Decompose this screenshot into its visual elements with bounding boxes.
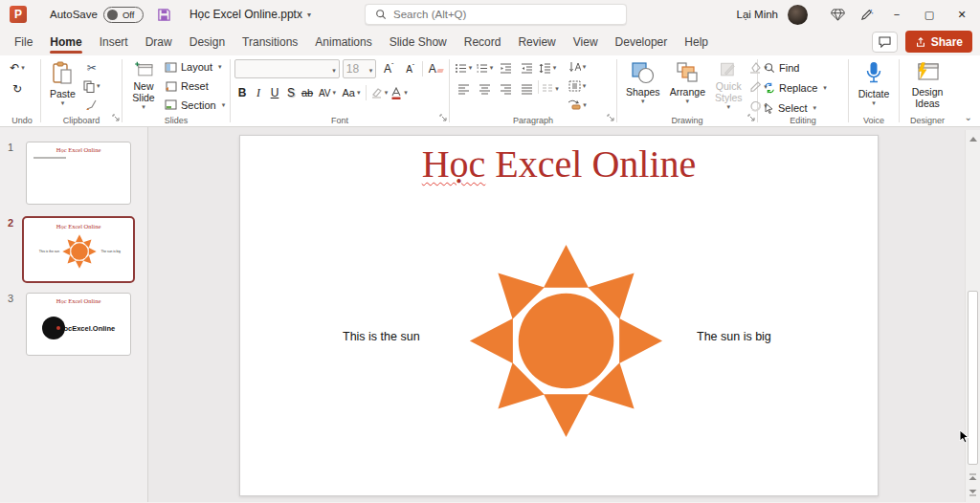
font-name-combo[interactable]: [234, 59, 340, 78]
tab-record[interactable]: Record: [456, 31, 510, 55]
vertical-scrollbar[interactable]: [965, 130, 980, 502]
ribbon: ↶ ↻ Undo Paste ✂ Clipboard New: [0, 55, 980, 127]
design-ideas-button[interactable]: Design Ideas: [903, 59, 951, 111]
numbering-button[interactable]: [475, 59, 494, 77]
tab-developer[interactable]: Developer: [607, 31, 677, 55]
save-button[interactable]: [155, 5, 174, 24]
shrink-font-button[interactable]: Aˇ: [401, 60, 420, 77]
underline-button[interactable]: U: [267, 84, 282, 101]
toggle-knob-icon: [107, 10, 118, 20]
tab-help[interactable]: Help: [676, 31, 717, 55]
align-left-icon: [457, 84, 470, 95]
undo-button[interactable]: ↶: [8, 59, 27, 77]
bullets-button[interactable]: [454, 59, 473, 77]
dictate-button[interactable]: Dictate: [853, 59, 895, 109]
grow-font-button[interactable]: Aˆ: [379, 60, 398, 77]
columns-button[interactable]: [541, 80, 560, 98]
user-avatar[interactable]: [788, 5, 808, 25]
increase-indent-button[interactable]: [517, 59, 536, 77]
slide-1-thumbnail[interactable]: Học Excel Online: [26, 142, 131, 205]
title-bar: P AutoSave Off Học Excel Online.pptx Lại…: [0, 0, 980, 29]
tab-insert[interactable]: Insert: [91, 31, 137, 55]
caption-right[interactable]: The sun is big: [697, 330, 771, 343]
character-spacing-button[interactable]: AV: [316, 84, 339, 101]
tab-file[interactable]: File: [6, 31, 41, 55]
slide-3-thumbnail[interactable]: Học Excel Online hocExcel.Online: [26, 293, 131, 356]
align-right-button[interactable]: [496, 80, 515, 98]
caption-left[interactable]: This is the sun: [343, 330, 420, 343]
autosave-toggle[interactable]: Off: [103, 7, 144, 23]
autosave-state: Off: [122, 10, 135, 20]
decrease-indent-button[interactable]: [496, 59, 515, 77]
format-painter-button[interactable]: [82, 96, 101, 113]
previous-slide-button[interactable]: [966, 470, 980, 485]
tab-slide-show[interactable]: Slide Show: [381, 31, 456, 55]
redo-button[interactable]: ↻: [8, 80, 27, 98]
slide-2-thumbnail[interactable]: Học Excel Online: [22, 216, 135, 283]
columns-icon: [542, 84, 553, 94]
tab-design[interactable]: Design: [181, 31, 234, 55]
clear-formatting-button[interactable]: A: [426, 60, 445, 77]
italic-button[interactable]: I: [251, 84, 266, 101]
search-input[interactable]: [393, 9, 585, 20]
tab-transitions[interactable]: Transitions: [234, 31, 306, 55]
clipboard-dialog-launcher[interactable]: [112, 111, 120, 124]
align-center-button[interactable]: [475, 80, 494, 98]
copy-button[interactable]: [82, 77, 101, 95]
quick-styles-button[interactable]: Quick Styles: [710, 59, 747, 113]
paragraph-dialog-launcher[interactable]: [607, 111, 614, 124]
font-dialog-launcher[interactable]: [439, 111, 447, 124]
slide-canvas[interactable]: Học Excel Online This is the sun The sun…: [239, 135, 879, 496]
close-button[interactable]: ✕: [946, 0, 978, 29]
search-box[interactable]: [365, 4, 627, 25]
align-left-button[interactable]: [454, 80, 473, 98]
tab-draw[interactable]: Draw: [137, 31, 181, 55]
scroll-up-button[interactable]: [966, 132, 980, 145]
text-direction-button[interactable]: [568, 59, 587, 76]
convert-smartart-button[interactable]: [568, 97, 587, 113]
new-slide-button[interactable]: New Slide: [126, 59, 161, 113]
tab-review[interactable]: Review: [509, 31, 564, 55]
next-slide-button[interactable]: [966, 485, 980, 500]
change-case-button[interactable]: Aa: [340, 84, 363, 101]
sun-shape[interactable]: [468, 243, 664, 439]
line-spacing-button[interactable]: [538, 59, 557, 77]
bold-button[interactable]: B: [234, 84, 250, 101]
document-title[interactable]: Học Excel Online.pptx: [189, 8, 311, 21]
section-button[interactable]: Section: [163, 97, 227, 113]
group-label-editing: Editing: [758, 116, 848, 125]
tab-view[interactable]: View: [565, 31, 607, 55]
cut-button[interactable]: ✂: [82, 59, 101, 77]
replace-button[interactable]: Replace: [762, 79, 844, 97]
replace-icon: [764, 82, 775, 94]
group-slides: New Slide Layout Reset Section Slides: [122, 55, 230, 126]
font-color-button[interactable]: [390, 84, 409, 101]
paste-button[interactable]: Paste: [45, 59, 80, 113]
layout-button[interactable]: Layout: [163, 59, 227, 76]
drawing-dialog-launcher[interactable]: [747, 111, 755, 124]
arrange-button[interactable]: Arrange: [665, 59, 710, 113]
inking-button[interactable]: [852, 0, 880, 29]
highlight-color-button[interactable]: [369, 84, 389, 101]
powerpoint-logo-icon[interactable]: P: [10, 6, 27, 23]
slide-title[interactable]: Học Excel Online: [240, 142, 878, 186]
strikethrough-button[interactable]: ab: [300, 84, 315, 101]
justify-button[interactable]: [517, 80, 536, 98]
align-text-button[interactable]: [568, 78, 587, 95]
font-size-combo[interactable]: 18: [343, 59, 376, 78]
collapse-ribbon-button[interactable]: ⌄: [965, 112, 972, 122]
select-button[interactable]: Select: [762, 99, 844, 117]
shapes-button[interactable]: Shapes: [621, 59, 665, 113]
tab-animations[interactable]: Animations: [306, 31, 380, 55]
user-name[interactable]: Lại Minh: [737, 9, 778, 20]
comments-button[interactable]: [872, 32, 898, 53]
share-button[interactable]: Share: [905, 31, 972, 53]
premium-button[interactable]: [823, 0, 852, 29]
minimize-button[interactable]: −: [880, 0, 913, 29]
find-button[interactable]: Find: [762, 59, 844, 77]
reset-button[interactable]: Reset: [163, 78, 227, 95]
bullets-icon: [455, 63, 467, 74]
restore-button[interactable]: ▢: [913, 0, 946, 29]
tab-home[interactable]: Home: [41, 31, 90, 55]
text-shadow-button[interactable]: S: [283, 84, 299, 101]
